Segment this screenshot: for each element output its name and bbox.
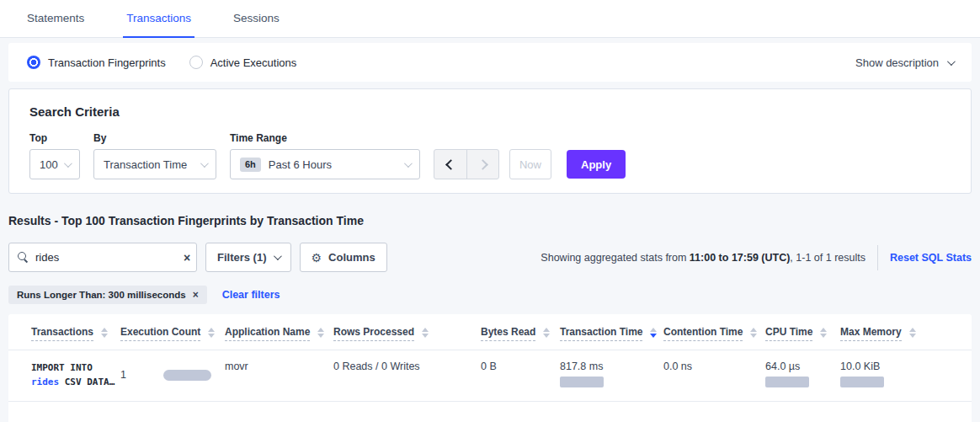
- tab-transactions[interactable]: Transactions: [123, 0, 194, 38]
- stats-summary: Showing aggregated stats from 11:00 to 1…: [541, 252, 865, 264]
- toolbar-divider: [877, 245, 878, 270]
- column-header-application-name[interactable]: Application Name: [225, 326, 333, 341]
- gear-icon: ⚙: [312, 252, 322, 264]
- filters-button[interactable]: Filters (1): [205, 243, 291, 272]
- reset-sql-stats-link[interactable]: Reset SQL Stats: [890, 252, 972, 264]
- apply-button[interactable]: Apply: [567, 150, 626, 179]
- by-select[interactable]: Transaction Time: [93, 149, 216, 179]
- statement-line-2: rides CSV DATA…: [31, 375, 120, 389]
- top-tab-bar: Statements Transactions Sessions: [0, 0, 980, 38]
- sort-icon[interactable]: [317, 326, 324, 338]
- execution-count-value: 1: [120, 369, 126, 381]
- cpu-time-bar: [765, 377, 809, 387]
- time-range-select[interactable]: 6h Past 6 Hours: [230, 149, 420, 179]
- show-description-label: Show description: [855, 56, 939, 69]
- sort-icon[interactable]: [422, 326, 429, 338]
- columns-button[interactable]: ⚙ Columns: [300, 243, 387, 272]
- column-header-transaction-time[interactable]: Transaction Time: [560, 326, 663, 341]
- by-label: By: [93, 132, 216, 144]
- transaction-fingerprint-link[interactable]: IMPORT INTO rides CSV DATA…: [31, 361, 120, 389]
- column-header-label: Transactions: [31, 326, 93, 341]
- radio-unselected-icon[interactable]: [189, 56, 203, 69]
- sort-icon[interactable]: [909, 326, 916, 338]
- tab-sessions[interactable]: Sessions: [230, 0, 283, 38]
- search-icon: [18, 252, 29, 263]
- stats-summary-range: 11:00 to 17:59 (UTC): [690, 252, 790, 264]
- view-toggle-bar: Transaction Fingerprints Active Executio…: [8, 43, 972, 82]
- radio-label: Active Executions: [210, 56, 297, 69]
- radio-active-executions[interactable]: Active Executions: [189, 56, 297, 69]
- time-range-prev-button[interactable]: [434, 150, 466, 179]
- top-field: Top 100: [29, 132, 80, 179]
- by-field: By Transaction Time: [93, 132, 216, 179]
- column-header-execution-count[interactable]: Execution Count: [120, 326, 225, 341]
- column-header-rows-processed[interactable]: Rows Processed: [333, 326, 481, 341]
- chevron-down-icon: [404, 159, 413, 168]
- column-header-label: Execution Count: [120, 326, 200, 341]
- sort-icon[interactable]: [820, 326, 827, 338]
- time-range-next-button[interactable]: [466, 150, 498, 179]
- chevron-down-icon: [200, 159, 209, 168]
- table-row: IMPORT INTO rides CSV DATA… 1 movr 0 Rea…: [8, 350, 972, 402]
- sort-icon[interactable]: [750, 326, 757, 338]
- show-description-toggle[interactable]: Show description: [855, 56, 953, 69]
- by-select-value: Transaction Time: [104, 158, 187, 171]
- sort-icon[interactable]: [101, 326, 108, 338]
- execution-count-bar: [163, 370, 211, 381]
- radio-transaction-fingerprints[interactable]: Transaction Fingerprints: [27, 56, 166, 69]
- column-header-label: Rows Processed: [333, 326, 414, 341]
- top-select[interactable]: 100: [29, 149, 80, 179]
- cpu-time-value: 64.0 µs: [765, 361, 840, 372]
- column-header-label: Max Memory: [840, 326, 902, 341]
- statement-line-1: IMPORT INTO: [31, 361, 120, 375]
- top-label: Top: [29, 132, 80, 144]
- cpu-time-cell: 64.0 µs: [765, 361, 840, 389]
- column-header-cpu-time[interactable]: CPU Time: [765, 326, 840, 341]
- radio-selected-icon[interactable]: [27, 56, 40, 69]
- max-memory-value: 10.0 KiB: [840, 361, 949, 372]
- active-filter-pill: Runs Longer Than: 300 milliseconds ×: [8, 286, 207, 304]
- column-header-label: Bytes Read: [481, 326, 535, 341]
- chevron-down-icon: [273, 252, 281, 260]
- tab-statements[interactable]: Statements: [24, 0, 88, 38]
- column-header-contention-time[interactable]: Contention Time: [663, 326, 765, 341]
- column-header-label: Contention Time: [663, 326, 743, 341]
- bytes-read-cell: 0 B: [481, 361, 560, 389]
- sort-icon-active-desc[interactable]: [650, 326, 657, 338]
- search-input[interactable]: [35, 251, 184, 264]
- active-filters-bar: Runs Longer Than: 300 milliseconds × Cle…: [8, 286, 972, 304]
- filters-button-label: Filters (1): [217, 251, 267, 264]
- rows-processed-cell: 0 Reads / 0 Writes: [333, 361, 481, 389]
- top-select-value: 100: [40, 158, 58, 171]
- chevron-down-icon: [947, 57, 956, 66]
- execution-count-cell: 1: [120, 361, 225, 389]
- results-toolbar: × Filters (1) ⚙ Columns Showing aggregat…: [8, 243, 972, 272]
- table-name-token: rides: [31, 377, 59, 387]
- clear-filters-link[interactable]: Clear filters: [222, 289, 280, 301]
- search-box[interactable]: ×: [8, 243, 197, 272]
- time-range-value: Past 6 Hours: [269, 158, 332, 171]
- chevron-right-icon: [477, 159, 488, 170]
- column-header-transactions[interactable]: Transactions: [31, 326, 120, 341]
- sort-icon[interactable]: [543, 326, 550, 338]
- max-memory-bar: [840, 377, 884, 387]
- time-range-field: Time Range 6h Past 6 Hours: [230, 132, 420, 179]
- max-memory-cell: 10.0 KiB: [840, 361, 949, 389]
- chevron-down-icon: [64, 159, 72, 168]
- column-header-max-memory[interactable]: Max Memory: [840, 326, 949, 341]
- transaction-time-value: 817.8 ms: [560, 361, 663, 372]
- stats-summary-prefix: Showing aggregated stats from: [541, 252, 690, 264]
- search-criteria-controls: Top 100 By Transaction Time Time Range 6…: [29, 132, 951, 179]
- columns-button-label: Columns: [328, 251, 375, 264]
- time-range-label: Time Range: [230, 132, 420, 144]
- now-button[interactable]: Now: [509, 149, 551, 179]
- contention-time-cell: 0.0 ns: [663, 361, 765, 389]
- statement-rest-token: CSV DATA…: [59, 377, 115, 387]
- radio-label: Transaction Fingerprints: [48, 56, 166, 69]
- column-header-bytes-read[interactable]: Bytes Read: [481, 326, 560, 341]
- column-header-label: CPU Time: [765, 326, 812, 341]
- clear-search-icon[interactable]: ×: [184, 252, 190, 264]
- search-criteria-card: Search Criteria Top 100 By Transaction T…: [8, 88, 972, 194]
- sort-icon[interactable]: [208, 326, 215, 338]
- remove-filter-icon[interactable]: ×: [193, 290, 199, 300]
